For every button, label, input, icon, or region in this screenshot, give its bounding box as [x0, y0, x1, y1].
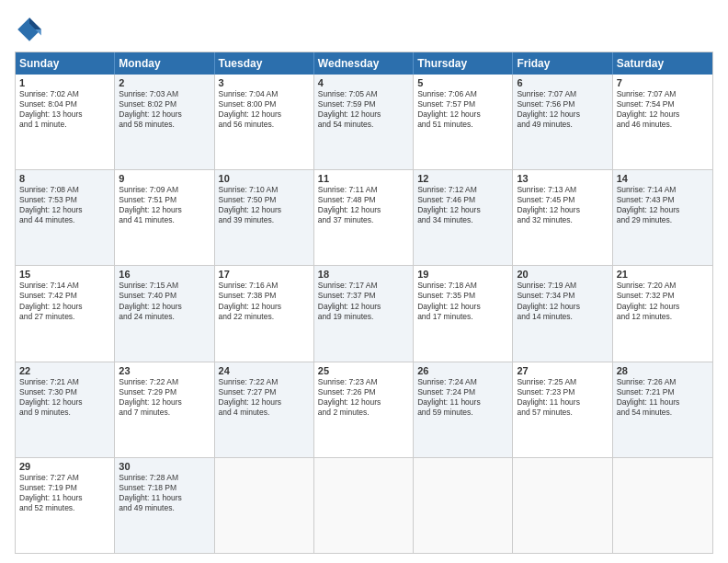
logo	[15, 15, 48, 44]
day-number: 4	[318, 77, 409, 88]
calendar-cell-day-28: 28Sunrise: 7:26 AMSunset: 7:21 PMDayligh…	[613, 362, 712, 457]
calendar-cell-day-6: 6Sunrise: 7:07 AMSunset: 7:56 PMDaylight…	[513, 75, 612, 169]
calendar-cell-day-9: 9Sunrise: 7:09 AMSunset: 7:51 PMDaylight…	[115, 170, 214, 265]
day-info: Sunrise: 7:07 AMSunset: 7:54 PMDaylight:…	[617, 89, 709, 130]
calendar-row-1: 1Sunrise: 7:02 AMSunset: 8:04 PMDaylight…	[16, 75, 712, 169]
day-info: Sunrise: 7:24 AMSunset: 7:24 PMDaylight:…	[417, 377, 508, 418]
day-number: 26	[417, 365, 508, 376]
day-info: Sunrise: 7:09 AMSunset: 7:51 PMDaylight:…	[119, 185, 210, 225]
day-number: 25	[318, 365, 409, 376]
calendar-cell-day-1: 1Sunrise: 7:02 AMSunset: 8:04 PMDaylight…	[16, 75, 115, 169]
day-number: 16	[119, 269, 210, 280]
logo-icon	[15, 15, 44, 44]
day-number: 28	[617, 365, 709, 376]
day-number: 15	[19, 269, 110, 280]
day-info: Sunrise: 7:17 AMSunset: 7:37 PMDaylight:…	[318, 281, 409, 321]
day-number: 29	[19, 461, 110, 472]
day-number: 5	[417, 77, 508, 88]
day-info: Sunrise: 7:28 AMSunset: 7:18 PMDaylight:…	[119, 473, 210, 513]
day-info: Sunrise: 7:19 AMSunset: 7:34 PMDaylight:…	[517, 281, 608, 321]
day-number: 21	[617, 269, 709, 280]
calendar-cell-empty	[513, 458, 612, 553]
calendar-cell-day-15: 15Sunrise: 7:14 AMSunset: 7:42 PMDayligh…	[16, 266, 115, 361]
day-number: 27	[517, 365, 608, 376]
calendar-body: 1Sunrise: 7:02 AMSunset: 8:04 PMDaylight…	[16, 75, 712, 553]
day-info: Sunrise: 7:10 AMSunset: 7:50 PMDaylight:…	[219, 185, 310, 225]
calendar-cell-empty	[215, 458, 314, 553]
day-info: Sunrise: 7:16 AMSunset: 7:38 PMDaylight:…	[219, 281, 310, 321]
day-number: 8	[19, 173, 110, 184]
header-day-wednesday: Wednesday	[314, 52, 414, 75]
day-info: Sunrise: 7:13 AMSunset: 7:45 PMDaylight:…	[517, 185, 608, 225]
day-number: 14	[617, 173, 709, 184]
calendar-cell-day-30: 30Sunrise: 7:28 AMSunset: 7:18 PMDayligh…	[115, 458, 214, 553]
calendar-row-3: 15Sunrise: 7:14 AMSunset: 7:42 PMDayligh…	[16, 265, 712, 361]
calendar-cell-day-8: 8Sunrise: 7:08 AMSunset: 7:53 PMDaylight…	[16, 170, 115, 265]
calendar-cell-day-24: 24Sunrise: 7:22 AMSunset: 7:27 PMDayligh…	[215, 362, 314, 457]
header-day-sunday: Sunday	[16, 52, 115, 75]
day-info: Sunrise: 7:22 AMSunset: 7:27 PMDaylight:…	[219, 377, 310, 418]
header-day-thursday: Thursday	[414, 52, 513, 75]
page: SundayMondayTuesdayWednesdayThursdayFrid…	[0, 0, 728, 563]
header-day-saturday: Saturday	[613, 52, 712, 75]
day-info: Sunrise: 7:23 AMSunset: 7:26 PMDaylight:…	[318, 377, 409, 418]
day-info: Sunrise: 7:21 AMSunset: 7:30 PMDaylight:…	[19, 377, 110, 418]
calendar-cell-day-3: 3Sunrise: 7:04 AMSunset: 8:00 PMDaylight…	[215, 75, 314, 169]
calendar-cell-day-21: 21Sunrise: 7:20 AMSunset: 7:32 PMDayligh…	[613, 266, 712, 361]
calendar-cell-day-23: 23Sunrise: 7:22 AMSunset: 7:29 PMDayligh…	[115, 362, 214, 457]
day-number: 2	[119, 77, 210, 88]
calendar-cell-day-18: 18Sunrise: 7:17 AMSunset: 7:37 PMDayligh…	[314, 266, 414, 361]
day-info: Sunrise: 7:05 AMSunset: 7:59 PMDaylight:…	[318, 89, 409, 130]
calendar-cell-day-14: 14Sunrise: 7:14 AMSunset: 7:43 PMDayligh…	[613, 170, 712, 265]
calendar-cell-day-13: 13Sunrise: 7:13 AMSunset: 7:45 PMDayligh…	[513, 170, 612, 265]
calendar-cell-day-17: 17Sunrise: 7:16 AMSunset: 7:38 PMDayligh…	[215, 266, 314, 361]
calendar-row-5: 29Sunrise: 7:27 AMSunset: 7:19 PMDayligh…	[16, 457, 712, 553]
day-info: Sunrise: 7:06 AMSunset: 7:57 PMDaylight:…	[417, 89, 508, 130]
calendar-cell-day-16: 16Sunrise: 7:15 AMSunset: 7:40 PMDayligh…	[115, 266, 214, 361]
calendar-cell-day-5: 5Sunrise: 7:06 AMSunset: 7:57 PMDaylight…	[414, 75, 513, 169]
header-day-tuesday: Tuesday	[215, 52, 314, 75]
calendar-cell-empty	[414, 458, 513, 553]
day-info: Sunrise: 7:14 AMSunset: 7:42 PMDaylight:…	[19, 281, 110, 321]
day-info: Sunrise: 7:04 AMSunset: 8:00 PMDaylight:…	[219, 89, 310, 130]
day-info: Sunrise: 7:02 AMSunset: 8:04 PMDaylight:…	[19, 89, 110, 130]
day-info: Sunrise: 7:12 AMSunset: 7:46 PMDaylight:…	[417, 185, 508, 225]
calendar-cell-day-26: 26Sunrise: 7:24 AMSunset: 7:24 PMDayligh…	[414, 362, 513, 457]
day-info: Sunrise: 7:27 AMSunset: 7:19 PMDaylight:…	[19, 473, 110, 513]
header	[15, 15, 713, 44]
calendar-cell-day-10: 10Sunrise: 7:10 AMSunset: 7:50 PMDayligh…	[215, 170, 314, 265]
day-info: Sunrise: 7:22 AMSunset: 7:29 PMDaylight:…	[119, 377, 210, 418]
day-number: 12	[417, 173, 508, 184]
day-number: 10	[219, 173, 310, 184]
calendar-row-4: 22Sunrise: 7:21 AMSunset: 7:30 PMDayligh…	[16, 362, 712, 457]
calendar-cell-day-19: 19Sunrise: 7:18 AMSunset: 7:35 PMDayligh…	[414, 266, 513, 361]
calendar-cell-empty	[314, 458, 414, 553]
day-number: 1	[19, 77, 110, 88]
day-info: Sunrise: 7:26 AMSunset: 7:21 PMDaylight:…	[617, 377, 709, 418]
day-number: 20	[517, 269, 608, 280]
calendar-cell-day-4: 4Sunrise: 7:05 AMSunset: 7:59 PMDaylight…	[314, 75, 414, 169]
day-info: Sunrise: 7:20 AMSunset: 7:32 PMDaylight:…	[617, 281, 709, 321]
day-number: 30	[119, 461, 210, 472]
day-number: 24	[219, 365, 310, 376]
calendar-cell-day-7: 7Sunrise: 7:07 AMSunset: 7:54 PMDaylight…	[613, 75, 712, 169]
header-day-friday: Friday	[513, 52, 612, 75]
day-info: Sunrise: 7:15 AMSunset: 7:40 PMDaylight:…	[119, 281, 210, 321]
day-number: 19	[417, 269, 508, 280]
calendar-cell-day-29: 29Sunrise: 7:27 AMSunset: 7:19 PMDayligh…	[16, 458, 115, 553]
day-info: Sunrise: 7:08 AMSunset: 7:53 PMDaylight:…	[19, 185, 110, 225]
header-day-monday: Monday	[115, 52, 214, 75]
calendar-cell-day-22: 22Sunrise: 7:21 AMSunset: 7:30 PMDayligh…	[16, 362, 115, 457]
calendar-cell-day-25: 25Sunrise: 7:23 AMSunset: 7:26 PMDayligh…	[314, 362, 414, 457]
calendar-cell-day-27: 27Sunrise: 7:25 AMSunset: 7:23 PMDayligh…	[513, 362, 612, 457]
day-number: 6	[517, 77, 608, 88]
calendar: SundayMondayTuesdayWednesdayThursdayFrid…	[15, 52, 713, 554]
calendar-cell-day-11: 11Sunrise: 7:11 AMSunset: 7:48 PMDayligh…	[314, 170, 414, 265]
day-number: 17	[219, 269, 310, 280]
calendar-cell-day-12: 12Sunrise: 7:12 AMSunset: 7:46 PMDayligh…	[414, 170, 513, 265]
day-number: 9	[119, 173, 210, 184]
day-info: Sunrise: 7:18 AMSunset: 7:35 PMDaylight:…	[417, 281, 508, 321]
day-info: Sunrise: 7:07 AMSunset: 7:56 PMDaylight:…	[517, 89, 608, 130]
calendar-cell-day-2: 2Sunrise: 7:03 AMSunset: 8:02 PMDaylight…	[115, 75, 214, 169]
calendar-cell-day-20: 20Sunrise: 7:19 AMSunset: 7:34 PMDayligh…	[513, 266, 612, 361]
